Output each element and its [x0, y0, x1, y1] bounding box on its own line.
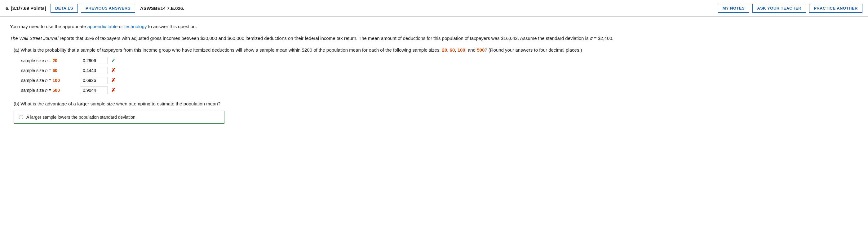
n-value-100: 100	[53, 78, 60, 83]
answer-input-100[interactable]	[80, 77, 108, 84]
part-a-question-text: What is the probability that a sample of…	[21, 47, 442, 52]
sample-row-20: sample size n = 20 ✓	[21, 57, 858, 64]
part-b-question: What is the advantage of a larger sample…	[21, 101, 221, 106]
and-text: , and	[465, 47, 477, 52]
intro-line1: You may need to use the appropriate appe…	[10, 23, 858, 30]
sample-row-100: sample size n = 100 ✗	[21, 77, 858, 84]
intro-paragraph-text: reports that 33% of taxpayers with adjus…	[60, 36, 614, 41]
answer-b-text: A larger sample lowers the population st…	[26, 115, 137, 120]
x-icon-500: ✗	[111, 87, 116, 94]
sample-label-100: sample size n = 100	[21, 78, 77, 83]
check-icon-20: ✓	[111, 57, 116, 64]
sample-size-100-label: 100	[458, 47, 465, 52]
comma1: ,	[447, 47, 450, 52]
intro-paragraph: The Wall Street Journal reports that 33%…	[10, 35, 858, 42]
previous-answers-button[interactable]: PREVIOUS ANSWERS	[81, 4, 135, 13]
sample-rows: sample size n = 20 ✓ sample size n = 60 …	[21, 57, 858, 94]
part-a-note: ? (Round your answers to four decimal pl…	[485, 47, 582, 52]
answer-input-60[interactable]	[80, 67, 108, 74]
n-value-60: 60	[53, 68, 58, 73]
sample-size-60-label: 60	[450, 47, 455, 52]
practice-another-button[interactable]: PRACTICE ANOTHER	[809, 4, 862, 13]
right-buttons: MY NOTES ASK YOUR TEACHER PRACTICE ANOTH…	[718, 4, 862, 13]
part-b: (b) What is the advantage of a larger sa…	[13, 100, 858, 124]
intro-text-end: to answer this question.	[148, 24, 197, 29]
n-value-20: 20	[53, 58, 58, 63]
part-a-label: (a) What is the probability that a sampl…	[13, 46, 858, 54]
my-notes-button[interactable]: MY NOTES	[718, 4, 750, 13]
comma2: ,	[455, 47, 457, 52]
part-a: (a) What is the probability that a sampl…	[13, 46, 858, 94]
answer-box-b[interactable]: A larger sample lowers the population st…	[13, 111, 224, 124]
content-area: You may need to use the appropriate appe…	[0, 17, 868, 130]
sample-size-20-label: 20	[442, 47, 447, 52]
sample-label-20: sample size n = 20	[21, 58, 77, 63]
question-number: 6. [3.1/7.69 Points]	[6, 6, 46, 11]
details-button[interactable]: DETAILS	[51, 4, 78, 13]
technology-link[interactable]: technology	[124, 24, 147, 29]
question-header: 6. [3.1/7.69 Points] DETAILS PREVIOUS AN…	[0, 0, 868, 17]
x-icon-100: ✗	[111, 77, 116, 84]
radio-button-b[interactable]	[19, 115, 23, 119]
sample-size-500-label: 500	[477, 47, 485, 52]
part-a-letter: (a)	[13, 47, 19, 52]
x-icon-60: ✗	[111, 67, 116, 74]
answer-input-20[interactable]	[80, 57, 108, 64]
sample-row-60: sample size n = 60 ✗	[21, 67, 858, 74]
wsj-italic: The Wall Street Journal	[10, 36, 58, 41]
answer-input-500[interactable]	[80, 86, 108, 94]
intro-text-before-link: You may need to use the appropriate	[10, 24, 86, 29]
sample-label-60: sample size n = 60	[21, 68, 77, 73]
sample-row-500: sample size n = 500 ✗	[21, 86, 858, 94]
part-b-label: (b) What is the advantage of a larger sa…	[13, 100, 858, 108]
n-value-500: 500	[53, 88, 60, 93]
question-code: ASWSBE14 7.E.026.	[140, 6, 715, 11]
appendix-table-link[interactable]: appendix table	[87, 24, 118, 29]
sample-label-500: sample size n = 500	[21, 88, 77, 93]
intro-or: or	[119, 24, 124, 29]
ask-teacher-button[interactable]: ASK YOUR TEACHER	[752, 4, 806, 13]
part-b-letter: (b)	[13, 101, 19, 106]
